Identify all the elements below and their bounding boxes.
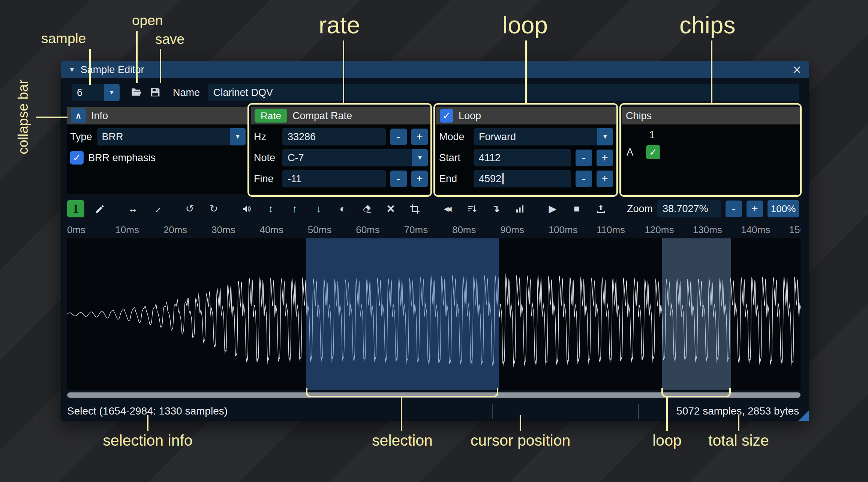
zoom-value: 38.7027% bbox=[663, 203, 708, 215]
window-resize-grip[interactable] bbox=[798, 410, 809, 421]
stop-icon: ■ bbox=[574, 203, 580, 215]
hz-decrement-button[interactable]: - bbox=[390, 129, 407, 145]
chips-row-a: A ✓ bbox=[627, 144, 800, 160]
zoom-in-button[interactable]: + bbox=[747, 201, 763, 217]
undo-button[interactable]: ↺ bbox=[181, 200, 198, 217]
trim-button[interactable] bbox=[406, 200, 423, 217]
note-select[interactable]: C-7 ▼ bbox=[282, 149, 428, 166]
amplify-button[interactable] bbox=[238, 200, 255, 217]
redo-button[interactable]: ↻ bbox=[205, 200, 222, 217]
zoom-out-button[interactable]: - bbox=[726, 201, 742, 217]
delete-button[interactable]: × bbox=[382, 200, 399, 217]
brr-emphasis-checkbox[interactable]: ✓ bbox=[70, 151, 84, 165]
collapse-info-button[interactable]: ∧ bbox=[71, 108, 86, 123]
chevron-down-icon[interactable]: ▼ bbox=[412, 149, 428, 166]
annotation-line-selection bbox=[401, 397, 402, 431]
loop-start-increment-button[interactable]: + bbox=[597, 150, 613, 166]
loop-mode-select[interactable]: Forward ▼ bbox=[474, 128, 613, 145]
toolbar-buttons: I↔↔↺↻↕↑↓◐×◀◀↴▶■ bbox=[67, 200, 609, 217]
timeline-ruler[interactable]: 0ms10ms20ms30ms40ms50ms60ms70ms80ms90ms1… bbox=[67, 223, 801, 236]
create-wavetable-button[interactable] bbox=[592, 200, 609, 217]
stop-preview-button[interactable]: ■ bbox=[568, 200, 585, 217]
timeline-tick: 60ms bbox=[356, 224, 380, 236]
annotation-total-size-label: total size bbox=[708, 432, 769, 449]
hz-increment-button[interactable]: + bbox=[411, 129, 428, 145]
annotation-bracket-selection bbox=[306, 388, 498, 397]
name-label: Name bbox=[173, 87, 200, 99]
arrow-up-icon: ↑ bbox=[292, 203, 297, 215]
controls-row: 6 ▼ Name Clarinet DQV bbox=[61, 83, 809, 102]
rate-toggle-button[interactable]: Rate bbox=[255, 109, 287, 123]
timeline-tick: 100ms bbox=[549, 224, 578, 236]
loop-end-increment-button[interactable]: + bbox=[597, 171, 613, 187]
signed-unsigned-button[interactable]: ↴ bbox=[487, 200, 504, 217]
redo-icon: ↻ bbox=[210, 203, 218, 215]
loop-mode-value: Forward bbox=[474, 128, 597, 145]
annotation-collapse-bar-label: collapse bar bbox=[15, 79, 31, 154]
loop-start-value: 4112 bbox=[479, 152, 501, 164]
timeline-tick: 120ms bbox=[645, 224, 674, 236]
chip-a-enable-checkbox[interactable]: ✓ bbox=[646, 145, 660, 159]
apply-filter-button[interactable] bbox=[511, 200, 528, 217]
loop-end-decrement-button[interactable]: - bbox=[576, 171, 592, 187]
sample-select[interactable]: 6 ▼ bbox=[72, 84, 120, 101]
brr-emphasis-label: BRR emphasis bbox=[88, 152, 156, 164]
chevron-down-icon[interactable]: ▼ bbox=[104, 84, 120, 101]
open-button[interactable] bbox=[127, 84, 146, 101]
crossfade-loop-button[interactable] bbox=[463, 200, 480, 217]
sort-desc-icon bbox=[467, 204, 477, 214]
loop-mode-label: Mode bbox=[439, 131, 469, 143]
loop-start-input[interactable]: 4112 bbox=[474, 149, 571, 166]
normalize-button[interactable]: ↕ bbox=[262, 200, 279, 217]
hz-input[interactable]: 33286 bbox=[282, 128, 386, 145]
info-panel: ∧ Info Type BRR ▼ ✓ BRR emphasis bbox=[67, 107, 249, 194]
fade-in-button[interactable]: ↑ bbox=[286, 200, 303, 217]
timeline-tick: 110ms bbox=[597, 224, 625, 236]
save-button[interactable] bbox=[146, 84, 165, 101]
titlebar[interactable]: ▼ Sample Editor × bbox=[61, 61, 809, 78]
resample-button[interactable]: ↔ bbox=[148, 200, 165, 217]
close-icon[interactable]: × bbox=[793, 64, 801, 75]
zoom-input[interactable]: 38.7027% bbox=[657, 200, 721, 217]
text-cursor bbox=[502, 173, 504, 184]
apply-silence-button[interactable] bbox=[358, 200, 375, 217]
rate-panel: Rate Compat Rate Hz 33286 - + Note C-7 ▼… bbox=[251, 107, 431, 194]
annotation-rate-label: rate bbox=[319, 11, 360, 39]
selection-region[interactable] bbox=[306, 238, 499, 390]
preview-button[interactable]: ▶ bbox=[544, 200, 561, 217]
type-select[interactable]: BRR ▼ bbox=[97, 128, 246, 145]
draw-mode-button[interactable] bbox=[91, 200, 108, 217]
chips-header: Chips bbox=[622, 107, 800, 124]
loop-start-label: Start bbox=[439, 152, 469, 164]
loop-header: ✓ Loop bbox=[436, 107, 616, 124]
rate-header-label: Compat Rate bbox=[292, 110, 352, 122]
loop-start-decrement-button[interactable]: - bbox=[576, 150, 592, 166]
window-collapse-icon[interactable]: ▼ bbox=[69, 66, 75, 74]
reverse-button[interactable]: ◀◀ bbox=[439, 200, 456, 217]
half-circle-icon: ◐ bbox=[340, 203, 346, 215]
resize-button[interactable]: ↔ bbox=[124, 200, 141, 217]
loop-end-input[interactable]: 4592 bbox=[474, 170, 571, 187]
fine-decrement-button[interactable]: - bbox=[390, 171, 407, 187]
info-header-label: Info bbox=[91, 110, 108, 122]
chevron-down-icon[interactable]: ▼ bbox=[230, 128, 246, 145]
invert-button[interactable]: ◐ bbox=[334, 200, 351, 217]
check-icon: ✓ bbox=[73, 152, 81, 164]
timeline-tick: 20ms bbox=[163, 224, 187, 236]
timeline-tick: 0ms bbox=[67, 224, 85, 236]
zoom-reset-button[interactable]: 100% bbox=[768, 200, 799, 217]
sample-select-value: 6 bbox=[72, 84, 104, 101]
hz-row: Hz 33286 - + bbox=[254, 128, 428, 145]
fine-increment-button[interactable]: + bbox=[411, 171, 428, 187]
crop-icon bbox=[410, 204, 420, 214]
annotation-sample-label: sample bbox=[41, 31, 86, 46]
loop-checkbox[interactable]: ✓ bbox=[440, 109, 453, 123]
name-input[interactable]: Clarinet DQV bbox=[208, 84, 799, 101]
chips-panel: Chips 1 A ✓ bbox=[622, 107, 800, 194]
select-mode-button[interactable]: I bbox=[67, 200, 84, 217]
timeline-tick: 90ms bbox=[500, 224, 524, 236]
fade-out-button[interactable]: ↓ bbox=[310, 200, 327, 217]
waveform-display[interactable] bbox=[67, 238, 801, 390]
fine-input[interactable]: -11 bbox=[282, 170, 386, 187]
chevron-down-icon[interactable]: ▼ bbox=[597, 128, 613, 145]
